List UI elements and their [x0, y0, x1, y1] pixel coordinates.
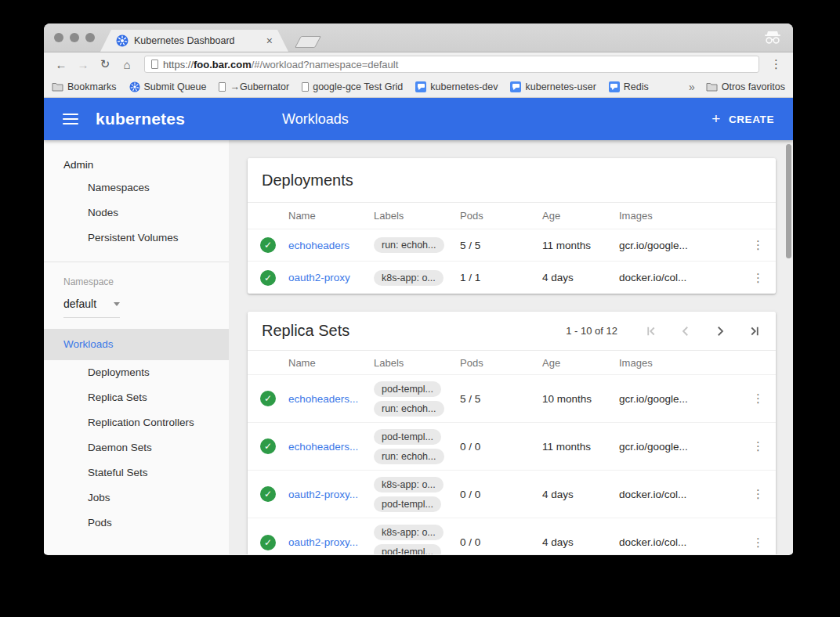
- chevron-down-icon: [114, 302, 120, 306]
- tab-close-icon[interactable]: ×: [266, 34, 273, 47]
- check-circle-icon: ✓: [260, 535, 276, 550]
- brand-logo[interactable]: kubernetes: [96, 110, 185, 128]
- sidebar-item-namespaces[interactable]: Namespaces: [44, 175, 229, 200]
- table-row[interactable]: ✓ oauth2-proxy... k8s-app: o... pod-temp…: [248, 471, 776, 518]
- hamburger-menu-icon[interactable]: [63, 114, 78, 124]
- sidebar-item-stateful-sets[interactable]: Stateful Sets: [44, 460, 229, 485]
- check-circle-icon: ✓: [260, 438, 276, 454]
- sidebar-item-nodes[interactable]: Nodes: [44, 200, 229, 226]
- minimize-window-button[interactable]: [70, 33, 79, 42]
- row-menu-icon[interactable]: ⋮: [741, 391, 776, 406]
- bookmark-item[interactable]: Redis: [609, 81, 649, 92]
- label-chip: pod-templ...: [374, 381, 441, 397]
- bookmarks-overflow-icon[interactable]: »: [689, 81, 695, 93]
- label-chip: run: echoh...: [374, 401, 444, 417]
- browser-toolbar: ← → ↻ ⌂ https://foo.bar.com/#/workload?n…: [44, 52, 793, 76]
- page-viewport: kubernetes Workloads + CREATE Admin Name…: [44, 98, 793, 554]
- sidebar: Admin Namespaces Nodes Persistent Volume…: [44, 140, 229, 554]
- resource-name-link[interactable]: oauth2-proxy...: [288, 536, 374, 548]
- chevron-right-icon[interactable]: [713, 324, 727, 338]
- label-chip: k8s-app: o...: [374, 477, 444, 493]
- table-row[interactable]: ✓ echoheaders... pod-templ... run: echoh…: [248, 375, 776, 423]
- sidebar-item-replica-sets[interactable]: Replica Sets: [44, 385, 229, 410]
- label-chip: k8s-app: o...: [374, 525, 444, 540]
- resource-name-link[interactable]: oauth2-proxy: [288, 272, 374, 283]
- chevron-left-icon[interactable]: [679, 324, 693, 338]
- page-icon: [219, 82, 226, 92]
- row-menu-icon[interactable]: ⋮: [741, 271, 776, 285]
- sidebar-item-persistent-volumes[interactable]: Persistent Volumes: [44, 226, 229, 251]
- bookmarks-bar: Bookmarks Submit Queue →Gubernator: [44, 76, 793, 98]
- row-menu-icon[interactable]: ⋮: [741, 487, 776, 501]
- window-controls: [54, 33, 95, 42]
- close-window-button[interactable]: [54, 33, 63, 42]
- card-title: Deployments: [262, 171, 353, 189]
- vertical-scrollbar[interactable]: [786, 144, 791, 258]
- incognito-icon: [763, 31, 782, 44]
- namespace-label: Namespace: [44, 262, 229, 287]
- new-tab-button[interactable]: [295, 36, 321, 48]
- table-row[interactable]: ✓ echoheaders run: echoh... 5 / 5 11 mon…: [248, 229, 776, 262]
- address-bar[interactable]: https://foo.bar.com/#/workload?namespace…: [144, 56, 759, 73]
- group-icon: [510, 81, 521, 92]
- back-icon[interactable]: ←: [52, 58, 71, 71]
- reload-icon[interactable]: ↻: [96, 57, 114, 71]
- check-circle-icon: ✓: [260, 270, 276, 286]
- resource-name-link[interactable]: echoheaders...: [288, 441, 374, 453]
- sidebar-item-workloads[interactable]: Workloads: [44, 329, 229, 360]
- tab-title: Kubernetes Dashboard: [134, 35, 261, 46]
- table-row[interactable]: ✓ oauth2-proxy k8s-app: o... 1 / 1 4 day…: [248, 262, 776, 294]
- sidebar-item-pods[interactable]: Pods: [44, 511, 229, 536]
- pagination-range: 1 - 10 of 12: [566, 325, 617, 337]
- resource-name-link[interactable]: echoheaders: [288, 240, 374, 251]
- check-circle-icon: ✓: [260, 486, 276, 502]
- row-menu-icon[interactable]: ⋮: [741, 536, 776, 550]
- row-menu-icon[interactable]: ⋮: [741, 238, 776, 252]
- bookmark-item[interactable]: Submit Queue: [129, 81, 207, 92]
- row-menu-icon[interactable]: ⋮: [741, 439, 776, 453]
- sidebar-item-admin[interactable]: Admin: [44, 140, 229, 175]
- last-page-icon[interactable]: [748, 324, 762, 338]
- resource-name-link[interactable]: oauth2-proxy...: [288, 489, 374, 500]
- create-button[interactable]: + CREATE: [711, 110, 774, 128]
- other-bookmarks-folder[interactable]: Otros favoritos: [706, 81, 785, 92]
- bookmark-folder[interactable]: Bookmarks: [52, 81, 117, 92]
- kubernetes-icon: [129, 81, 140, 92]
- resource-name-link[interactable]: echoheaders...: [288, 393, 374, 405]
- deployments-card: Deployments Name Labels Pods Age Images …: [248, 158, 776, 294]
- table-header: Name Labels Pods Age Images: [248, 203, 776, 229]
- browser-menu-icon[interactable]: ⋮: [767, 57, 785, 71]
- bookmark-item[interactable]: →Gubernator: [219, 81, 289, 92]
- app-header: kubernetes Workloads + CREATE: [44, 98, 793, 140]
- sidebar-item-deployments[interactable]: Deployments: [44, 360, 229, 385]
- sidebar-item-replication-controllers[interactable]: Replication Controllers: [44, 410, 229, 435]
- label-chip: pod-templ...: [374, 429, 441, 445]
- browser-window: Kubernetes Dashboard × ← → ↻ ⌂ https://f…: [44, 23, 793, 555]
- table-row[interactable]: ✓ oauth2-proxy... k8s-app: o... pod-temp…: [248, 518, 776, 554]
- bookmark-item[interactable]: kubernetes-user: [510, 81, 596, 92]
- page-icon: [151, 60, 158, 69]
- label-chip: pod-templ...: [374, 496, 441, 512]
- first-page-icon[interactable]: [644, 324, 658, 338]
- browser-titlebar: Kubernetes Dashboard ×: [44, 23, 793, 52]
- label-chip: run: echoh...: [374, 237, 444, 253]
- table-row[interactable]: ✓ echoheaders... pod-templ... run: echoh…: [248, 423, 776, 471]
- browser-tab[interactable]: Kubernetes Dashboard ×: [100, 30, 288, 52]
- bookmark-item[interactable]: google-gce Test Grid: [302, 81, 403, 92]
- group-icon: [415, 81, 426, 92]
- check-circle-icon: ✓: [260, 237, 276, 253]
- zoom-window-button[interactable]: [85, 33, 95, 42]
- kubernetes-favicon-icon: [116, 34, 129, 47]
- url-text: https://foo.bar.com/#/workload?namespace…: [163, 59, 398, 70]
- namespace-select[interactable]: default: [63, 298, 120, 318]
- forward-icon[interactable]: →: [74, 58, 92, 71]
- group-icon: [609, 81, 620, 92]
- plus-icon: +: [711, 110, 721, 128]
- sidebar-item-daemon-sets[interactable]: Daemon Sets: [44, 435, 229, 460]
- label-chip: k8s-app: o...: [374, 270, 444, 286]
- sidebar-item-jobs[interactable]: Jobs: [44, 485, 229, 511]
- home-icon[interactable]: ⌂: [118, 58, 136, 71]
- bookmark-item[interactable]: kubernetes-dev: [415, 81, 498, 92]
- page-title: Workloads: [282, 111, 349, 128]
- folder-icon: [52, 82, 63, 92]
